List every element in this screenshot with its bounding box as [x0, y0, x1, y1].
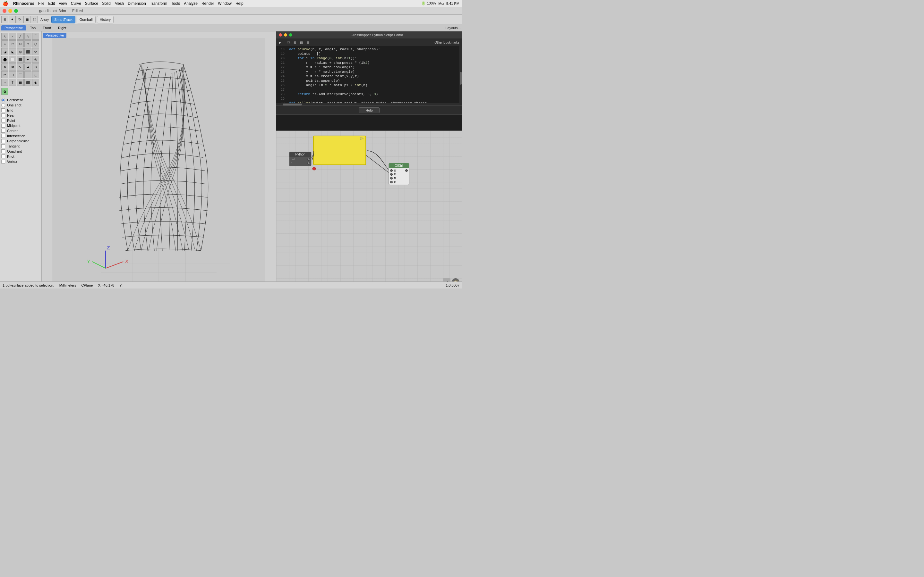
- gumball-button[interactable]: Gumball: [77, 16, 95, 23]
- tool-fillet[interactable]: ⌒: [17, 71, 24, 78]
- quadrant-checkbox[interactable]: [1, 149, 5, 153]
- gh-run-button[interactable]: ▶: [278, 41, 283, 44]
- gh-help-button[interactable]: Help: [359, 107, 380, 113]
- python-node[interactable]: Python out b: [289, 152, 312, 166]
- tool-dim[interactable]: ↔: [1, 79, 8, 86]
- menu-view[interactable]: View: [59, 1, 67, 6]
- near-checkbox[interactable]: [1, 113, 5, 117]
- toolbar-obj-icon[interactable]: ⬚: [31, 16, 38, 23]
- tool-rect[interactable]: □: [24, 40, 31, 47]
- oneshot-radio[interactable]: [1, 103, 5, 107]
- gh-minimize-button[interactable]: [284, 33, 287, 37]
- menu-surface[interactable]: Surface: [85, 1, 98, 6]
- tool-scale[interactable]: ⤡: [17, 63, 24, 71]
- tool-extrude[interactable]: ⬛: [24, 48, 31, 55]
- gh-toolbar-bookmarks[interactable]: Other Bookmarks: [433, 41, 461, 44]
- layouts-button[interactable]: Layouts...: [445, 26, 461, 30]
- gh-toolbar-icon4[interactable]: ⊟: [305, 41, 310, 44]
- osnap-oneshot[interactable]: One shot: [1, 103, 40, 108]
- osnap-near[interactable]: Near: [1, 113, 40, 118]
- menu-transform[interactable]: Transform: [150, 1, 167, 6]
- gh-maximize-button[interactable]: [289, 33, 292, 37]
- toolbar-array-icon[interactable]: ▦: [23, 16, 31, 23]
- intersection-checkbox[interactable]: [1, 134, 5, 138]
- tool-mirror[interactable]: ⇌: [24, 63, 31, 71]
- tool-ellipse[interactable]: ⬭: [17, 40, 24, 47]
- tool-surface[interactable]: ◪: [1, 48, 8, 55]
- center-checkbox[interactable]: [1, 129, 5, 133]
- tool-torus[interactable]: ◎: [32, 56, 39, 63]
- maximize-button[interactable]: [14, 9, 18, 13]
- tool-select[interactable]: ↖: [1, 33, 8, 40]
- viewport-3d[interactable]: Perspective: [42, 31, 276, 288]
- osnap-end[interactable]: End: [1, 108, 40, 113]
- tool-loft[interactable]: ⬕: [9, 48, 16, 55]
- osnap-tangent[interactable]: Tangent: [1, 143, 40, 149]
- tool-polyline[interactable]: ╱: [17, 33, 24, 40]
- tool-offset[interactable]: ⬚: [32, 71, 39, 78]
- tool-sphere[interactable]: ●: [24, 56, 31, 63]
- midpoint-checkbox[interactable]: [1, 124, 5, 127]
- tool-chamfer[interactable]: ⌐: [24, 71, 31, 78]
- tool-sweep[interactable]: ⟳: [32, 48, 39, 55]
- osnap-quadrant[interactable]: Quadrant: [1, 149, 40, 154]
- tool-revolve[interactable]: ◎: [17, 48, 24, 55]
- yellow-node[interactable]: (0): [313, 135, 366, 165]
- minimize-button[interactable]: [8, 9, 12, 13]
- osnap-midpoint[interactable]: Midpoint: [1, 123, 40, 128]
- python-b-port[interactable]: b: [291, 161, 310, 165]
- gh-canvas[interactable]: Python out b (0): [276, 131, 462, 288]
- menu-solid[interactable]: Solid: [102, 1, 111, 6]
- offsrf-c-port[interactable]: C: [390, 180, 408, 184]
- menu-analyze[interactable]: Analyze: [184, 1, 198, 6]
- tool-rotate[interactable]: ↺: [32, 63, 39, 71]
- tool-box[interactable]: ⬜: [9, 56, 16, 63]
- smarttrack-button[interactable]: SmartTrack: [51, 16, 75, 23]
- osnap-persistent[interactable]: Persistent: [1, 97, 40, 103]
- osnap-center[interactable]: Center: [1, 128, 40, 133]
- tool-grasshopper[interactable]: ✿: [1, 88, 8, 95]
- tab-top[interactable]: Top: [27, 25, 39, 31]
- point-checkbox[interactable]: [1, 119, 5, 122]
- tool-move[interactable]: ✥: [1, 63, 8, 71]
- end-checkbox[interactable]: [1, 108, 5, 112]
- tool-hatch[interactable]: ▦: [17, 79, 24, 86]
- toolbar-snap-icon[interactable]: ✦: [9, 16, 16, 23]
- persistent-radio[interactable]: [1, 98, 5, 102]
- offsrf-d-port[interactable]: D: [390, 172, 408, 176]
- code-scrollbar-thumb[interactable]: [460, 72, 462, 85]
- menu-edit[interactable]: Edit: [48, 1, 55, 6]
- tool-curve[interactable]: ∿: [24, 33, 31, 40]
- osnap-perpendicular[interactable]: Perpendicular: [1, 139, 40, 143]
- gh-toolbar-icon2[interactable]: ⊞: [292, 41, 297, 44]
- tool-circle[interactable]: ○: [1, 40, 8, 47]
- offsrf-b-port[interactable]: B: [390, 176, 408, 180]
- osnap-knot[interactable]: Knot: [1, 154, 40, 159]
- menu-curve[interactable]: Curve: [71, 1, 81, 6]
- tool-solid[interactable]: ⬤: [1, 56, 8, 63]
- gh-toolbar-icon3[interactable]: ▤: [299, 41, 304, 44]
- offsrf-node[interactable]: OffSrf S D B: [389, 163, 409, 185]
- vertex-checkbox[interactable]: [1, 160, 5, 163]
- offsrf-s-port[interactable]: S: [390, 169, 408, 172]
- code-area[interactable]: 18 def pcurve(n, z, angle, radius, sharp…: [276, 46, 462, 103]
- tab-perspective[interactable]: Perspective: [1, 25, 26, 31]
- tool-point[interactable]: ·: [9, 33, 16, 40]
- tab-right[interactable]: Right: [55, 25, 69, 31]
- gh-close-button[interactable]: [279, 33, 282, 37]
- menu-file[interactable]: File: [38, 1, 44, 6]
- code-hscrollbar[interactable]: [276, 103, 462, 105]
- apple-menu[interactable]: 🍎: [3, 1, 8, 6]
- tool-arc[interactable]: ◠: [9, 40, 16, 47]
- tool-cylinder[interactable]: ⬛: [17, 56, 24, 63]
- menu-dimension[interactable]: Dimension: [128, 1, 146, 6]
- history-button[interactable]: History: [97, 16, 113, 23]
- tool-render[interactable]: ◐: [32, 79, 39, 86]
- knot-checkbox[interactable]: [1, 155, 5, 158]
- osnap-point[interactable]: Point: [1, 118, 40, 123]
- menu-mesh[interactable]: Mesh: [115, 1, 124, 6]
- tab-front[interactable]: Front: [39, 25, 54, 31]
- tool-text[interactable]: T: [9, 79, 16, 86]
- tool-polygon[interactable]: ⬡: [32, 40, 39, 47]
- perpendicular-checkbox[interactable]: [1, 139, 5, 143]
